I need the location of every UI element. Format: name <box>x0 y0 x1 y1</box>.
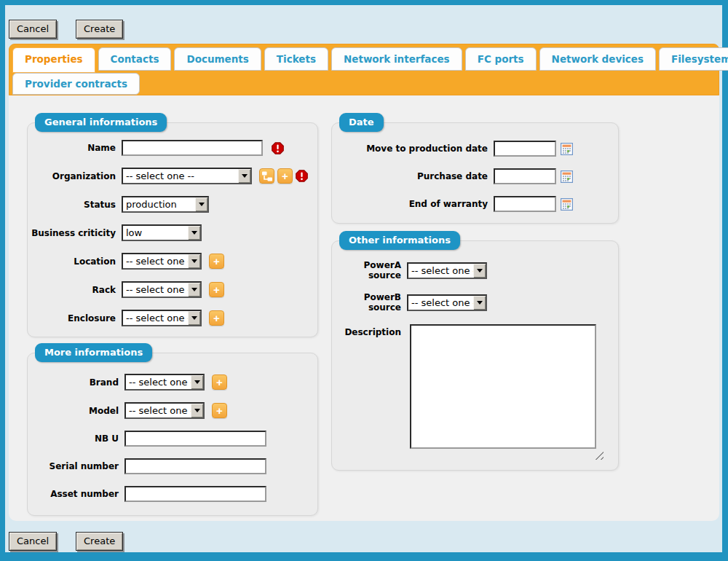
status-select-value: production <box>123 199 195 210</box>
location-select[interactable]: -- select one -- <box>122 253 202 270</box>
organization-add-button[interactable]: + <box>277 168 293 184</box>
rack-select[interactable]: -- select one -- <box>122 281 202 298</box>
field-row-enclosure: Enclosure -- select one -- + <box>28 310 317 326</box>
description-label: Description <box>332 324 407 337</box>
tab-fc-ports[interactable]: FC ports <box>465 47 537 71</box>
tab-documents[interactable]: Documents <box>174 47 261 71</box>
create-button-bottom[interactable]: Create <box>76 532 123 551</box>
rack-label: Rack <box>28 285 122 295</box>
page-background: Cancel Create Properties Contacts Docume… <box>5 5 722 552</box>
tab-contacts[interactable]: Contacts <box>98 47 172 71</box>
mandatory-icon <box>272 142 284 154</box>
field-row-purchase-date: Purchase date <box>332 168 618 184</box>
field-row-brand: Brand -- select one -- + <box>28 374 317 391</box>
calendar-icon <box>561 170 573 183</box>
brand-label: Brand <box>28 377 124 388</box>
end-of-warranty-calendar-button[interactable] <box>561 198 573 211</box>
cancel-button-bottom[interactable]: Cancel <box>9 532 57 551</box>
chevron-down-icon <box>188 254 200 268</box>
left-column: General informations Name Organization -… <box>27 95 318 516</box>
field-row-location: Location -- select one -- + <box>28 253 317 270</box>
model-label: Model <box>28 406 124 416</box>
brand-add-button[interactable]: + <box>212 374 227 390</box>
serial-number-label: Serial number <box>28 461 124 471</box>
rack-select-value: -- select one -- <box>123 284 188 295</box>
date-box: Date Move to production date Purchase da… <box>331 122 619 224</box>
field-row-serial-number: Serial number <box>28 458 317 474</box>
enclosure-select[interactable]: -- select one -- <box>122 310 202 326</box>
rack-add-button[interactable]: + <box>209 282 224 297</box>
general-informations-box: General informations Name Organization -… <box>27 122 318 337</box>
field-row-powerb-source: PowerB source -- select one -- <box>332 292 618 313</box>
tab-network-devices[interactable]: Network devices <box>539 47 656 71</box>
serial-number-input[interactable] <box>124 458 266 474</box>
business-criticity-select[interactable]: low <box>122 224 202 241</box>
right-column: Date Move to production date Purchase da… <box>331 95 619 471</box>
end-of-warranty-input[interactable] <box>494 196 556 212</box>
organization-hierarchy-button[interactable] <box>259 168 274 184</box>
other-informations-box: Other informations PowerA source -- sele… <box>331 240 619 471</box>
field-row-asset-number: Asset number <box>28 486 317 502</box>
tab-network-interfaces[interactable]: Network interfaces <box>331 47 462 71</box>
field-row-move-to-production-date: Move to production date <box>332 141 618 157</box>
location-add-button[interactable]: + <box>209 254 224 269</box>
hierarchy-icon <box>260 170 274 183</box>
chevron-down-icon <box>473 264 486 278</box>
mandatory-icon <box>296 170 308 182</box>
bottom-toolbar: Cancel Create <box>9 532 123 551</box>
field-row-rack: Rack -- select one -- + <box>28 281 317 298</box>
purchase-date-input[interactable] <box>494 168 556 184</box>
tab-tickets[interactable]: Tickets <box>264 47 328 71</box>
field-row-end-of-warranty: End of warranty <box>332 196 618 212</box>
field-row-nb-u: NB U <box>28 431 317 447</box>
plus-icon: + <box>282 170 288 182</box>
tab-properties[interactable]: Properties <box>12 47 95 73</box>
field-row-organization: Organization -- select one -- + <box>28 168 317 184</box>
tab-filesystems[interactable]: Filesystems <box>659 47 728 71</box>
create-button-top[interactable]: Create <box>76 20 123 39</box>
enclosure-add-button[interactable]: + <box>209 310 224 326</box>
cancel-button-top[interactable]: Cancel <box>9 20 57 39</box>
properties-panel: General informations Name Organization -… <box>9 95 719 521</box>
model-select[interactable]: -- select one -- <box>124 402 205 419</box>
powera-source-label: PowerA source <box>332 260 407 280</box>
location-select-value: -- select one -- <box>123 256 188 267</box>
nb-u-label: NB U <box>28 434 124 444</box>
organization-select-value: -- select one -- <box>123 170 238 181</box>
section-header: Other informations <box>339 231 460 250</box>
move-to-production-date-calendar-button[interactable] <box>561 143 573 155</box>
field-row-business-criticity: Business criticity low <box>28 224 317 241</box>
move-to-production-date-label: Move to production date <box>332 144 494 154</box>
move-to-production-date-input[interactable] <box>494 141 556 157</box>
tab-row-1: Properties Contacts Documents Tickets Ne… <box>12 47 716 71</box>
resize-handle[interactable] <box>595 451 604 460</box>
chevron-down-icon <box>188 311 200 325</box>
organization-select[interactable]: -- select one -- <box>122 168 252 184</box>
section-header: Date <box>339 113 384 132</box>
calendar-icon <box>561 198 573 211</box>
model-add-button[interactable]: + <box>212 403 227 418</box>
name-input[interactable] <box>122 140 263 156</box>
tab-row-2: Provider contracts <box>12 73 716 95</box>
chevron-down-icon <box>188 226 200 240</box>
description-textarea[interactable] <box>410 324 596 449</box>
tab-provider-contracts[interactable]: Provider contracts <box>12 73 140 95</box>
powerb-source-label: PowerB source <box>332 292 407 313</box>
section-header: More informations <box>35 343 152 362</box>
asset-number-input[interactable] <box>124 486 266 502</box>
powera-source-select[interactable]: -- select one -- <box>407 262 487 279</box>
brand-select-value: -- select one -- <box>126 377 191 388</box>
nb-u-input[interactable] <box>124 431 266 447</box>
model-select-value: -- select one -- <box>126 405 191 416</box>
chevron-down-icon <box>191 404 203 417</box>
field-row-description: Description <box>332 324 618 449</box>
enclosure-label: Enclosure <box>28 313 122 323</box>
powerb-source-select-value: -- select one -- <box>408 297 473 308</box>
purchase-date-calendar-button[interactable] <box>561 170 573 183</box>
brand-select[interactable]: -- select one -- <box>124 374 205 391</box>
purchase-date-label: Purchase date <box>332 171 494 181</box>
powerb-source-select[interactable]: -- select one -- <box>407 294 487 311</box>
status-select[interactable]: production <box>122 196 209 213</box>
field-row-name: Name <box>28 140 317 156</box>
plus-icon: + <box>213 312 220 324</box>
